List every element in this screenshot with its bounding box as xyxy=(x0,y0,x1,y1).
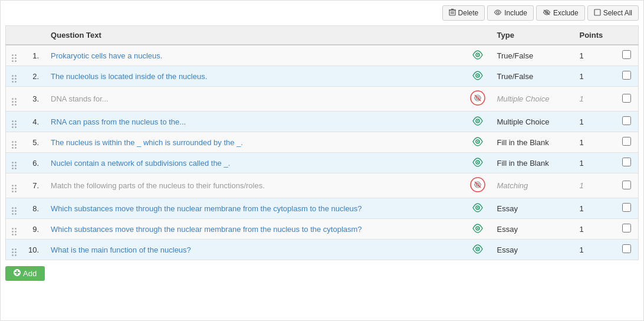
question-link[interactable]: RNA can pass from the nucleus to the... xyxy=(51,117,186,126)
row-number: 10. xyxy=(22,240,45,260)
question-text-cell: What is the main function of the nucleus… xyxy=(45,240,464,260)
question-link[interactable]: Prokaryotic cells have a nucleus. xyxy=(51,51,162,60)
visible-eye-icon xyxy=(471,203,484,214)
include-button[interactable]: Include xyxy=(487,5,534,21)
row-number: 2. xyxy=(22,66,45,87)
points-cell: 1 xyxy=(574,219,615,240)
row-checkbox[interactable] xyxy=(622,203,631,212)
question-text-cell: Nuclei contain a network of subdivisions… xyxy=(45,153,464,173)
row-number: 8. xyxy=(22,198,45,219)
drag-handle[interactable] xyxy=(6,112,23,132)
points-cell: 1 xyxy=(574,112,615,132)
question-text-cell: Prokaryotic cells have a nucleus. xyxy=(45,45,464,66)
checkbox-cell xyxy=(615,66,639,87)
question-link[interactable]: What is the main function of the nucleus… xyxy=(51,245,191,254)
drag-handle[interactable] xyxy=(6,198,23,219)
drag-handle[interactable] xyxy=(6,153,23,173)
drag-handle[interactable] xyxy=(6,45,23,66)
row-checkbox[interactable] xyxy=(622,137,631,146)
delete-label: Delete xyxy=(458,9,479,17)
question-text-cell: RNA can pass from the nucleus to the... xyxy=(45,112,464,132)
type-cell: Multiple Choice xyxy=(491,112,574,132)
visibility-cell xyxy=(464,198,491,219)
row-checkbox[interactable] xyxy=(622,94,631,103)
checkbox-cell xyxy=(615,87,639,112)
excluded-eye-icon xyxy=(470,177,485,194)
checkbox-cell xyxy=(615,45,639,66)
question-link[interactable]: The nucleolus is located inside of the n… xyxy=(51,72,207,81)
question-link[interactable]: DNA stands for... xyxy=(51,94,109,103)
points-cell: 1 xyxy=(574,153,615,173)
drag-dots-icon xyxy=(12,54,17,62)
question-link[interactable]: The nucleus is within the _ which is sur… xyxy=(51,138,243,147)
row-checkbox[interactable] xyxy=(622,71,631,80)
checkbox-cell xyxy=(615,173,639,198)
row-checkbox[interactable] xyxy=(622,181,631,189)
points-cell: 1 xyxy=(574,45,615,66)
points-cell: 1 xyxy=(574,173,615,198)
visible-eye-icon xyxy=(471,137,484,148)
type-cell: Fill in the Blank xyxy=(491,132,574,153)
checkbox-cell xyxy=(615,153,639,173)
select-all-button[interactable]: Select All xyxy=(587,5,639,21)
question-text-cell: Which substances move through the nuclea… xyxy=(45,219,464,240)
row-checkbox[interactable] xyxy=(622,50,631,59)
points-cell: 1 xyxy=(574,132,615,153)
svg-point-29 xyxy=(477,227,478,228)
main-container: Delete Include Exclude xyxy=(0,0,644,321)
visibility-cell xyxy=(464,87,491,112)
checkbox-icon xyxy=(594,9,601,18)
points-cell: 1 xyxy=(574,198,615,219)
svg-point-11 xyxy=(477,54,478,55)
visibility-cell xyxy=(464,153,491,173)
visibility-cell xyxy=(464,66,491,87)
row-checkbox[interactable] xyxy=(622,116,631,125)
drag-handle[interactable] xyxy=(6,240,23,260)
question-link[interactable]: Match the following parts of the nucleus… xyxy=(51,181,265,190)
table-row: 10.What is the main function of the nucl… xyxy=(6,240,639,260)
type-cell: Essay xyxy=(491,219,574,240)
row-checkbox[interactable] xyxy=(622,224,631,232)
question-link[interactable]: Which substances move through the nuclea… xyxy=(51,204,362,213)
table-row: 8.Which substances move through the nucl… xyxy=(6,198,639,219)
question-link[interactable]: Nuclei contain a network of subdivisions… xyxy=(51,159,230,168)
table-row: 3.DNA stands for... Multiple Choice1 xyxy=(6,87,639,112)
table-row: 4.RNA can pass from the nucleus to the..… xyxy=(6,112,639,132)
question-text-cell: The nucleus is within the _ which is sur… xyxy=(45,132,464,153)
table-header-row: Question Text Type Points xyxy=(6,26,639,45)
row-checkbox[interactable] xyxy=(622,244,631,253)
visible-eye-icon xyxy=(471,116,484,127)
delete-button[interactable]: Delete xyxy=(442,5,485,21)
points-cell: 1 xyxy=(574,87,615,112)
row-checkbox[interactable] xyxy=(622,158,631,166)
drag-dots-icon xyxy=(12,141,17,149)
drag-handle[interactable] xyxy=(6,87,23,112)
drag-handle[interactable] xyxy=(6,66,23,87)
exclude-label: Exclude xyxy=(553,9,579,17)
type-cell: Fill in the Blank xyxy=(491,153,574,173)
row-number: 3. xyxy=(22,87,45,112)
drag-dots-icon xyxy=(12,185,17,192)
add-button[interactable]: Add xyxy=(5,266,45,281)
drag-handle[interactable] xyxy=(6,173,23,198)
svg-point-27 xyxy=(477,207,478,208)
visibility-cell xyxy=(464,219,491,240)
visibility-cell xyxy=(464,173,491,198)
question-text-cell: DNA stands for... xyxy=(45,87,464,112)
drag-handle[interactable] xyxy=(6,132,23,153)
drag-dots-icon xyxy=(12,162,17,169)
drag-handle[interactable] xyxy=(6,219,23,240)
include-label: Include xyxy=(504,9,527,17)
type-cell: Matching xyxy=(491,173,574,198)
visible-eye-icon xyxy=(471,50,484,61)
svg-point-31 xyxy=(477,248,478,249)
row-number: 4. xyxy=(22,112,45,132)
eye-slash-icon xyxy=(543,9,551,17)
drag-dots-icon xyxy=(12,228,17,235)
svg-point-6 xyxy=(497,11,499,14)
drag-dots-icon xyxy=(12,120,17,128)
question-link[interactable]: Which substances move through the nuclea… xyxy=(51,225,362,234)
svg-point-18 xyxy=(477,120,478,121)
num-header xyxy=(22,26,45,45)
exclude-button[interactable]: Exclude xyxy=(536,5,585,21)
